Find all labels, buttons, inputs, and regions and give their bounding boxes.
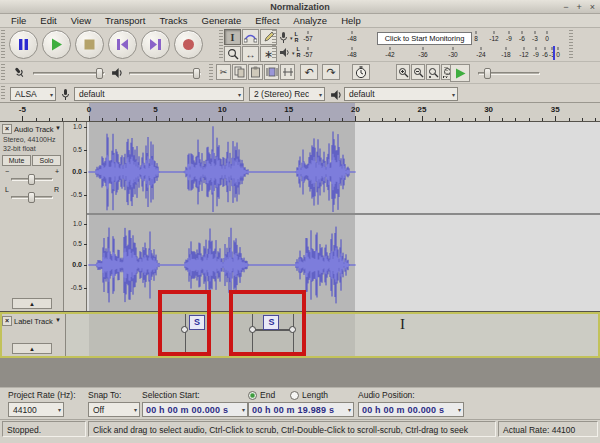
pan-thumb[interactable]: [28, 192, 35, 203]
zoom-in-button[interactable]: [396, 64, 410, 80]
toolbar-grabber[interactable]: [1, 64, 5, 82]
meter-tick: [390, 47, 391, 50]
maximize-button[interactable]: +: [576, 0, 581, 14]
label-track-collapse-button[interactable]: ▲: [12, 343, 52, 354]
selection-end-time[interactable]: 00 h 00 m 19.989 s▾: [248, 402, 354, 417]
toolbar-grabber[interactable]: [1, 30, 5, 60]
meter-tick-label: 0: [556, 51, 560, 58]
output-volume-thumb[interactable]: [193, 68, 200, 79]
timeline-tick: [449, 118, 450, 121]
paste-icon: [250, 66, 261, 78]
menu-transport[interactable]: Transport: [98, 14, 152, 27]
audio-track-content[interactable]: [87, 122, 600, 312]
label-track-menu-arrow-icon[interactable]: ▼: [55, 317, 61, 323]
timeline-tick: [249, 118, 250, 121]
project-rate-value: 44100: [13, 405, 37, 415]
undo-button[interactable]: ↶: [300, 64, 318, 80]
toolbar-grabber[interactable]: [272, 30, 276, 60]
audio-track-collapse-button[interactable]: ▲: [12, 298, 52, 309]
audio-track-menu-arrow-icon[interactable]: ▼: [55, 125, 61, 131]
timeline-tick: [236, 118, 237, 121]
length-radio-label[interactable]: Length: [302, 390, 328, 400]
zoom-out-button[interactable]: [411, 64, 425, 80]
end-radio-label[interactable]: End: [260, 390, 275, 400]
timeline-label: 0: [87, 105, 91, 114]
close-button[interactable]: ×: [590, 0, 595, 14]
recording-channels-select[interactable]: 2 (Stereo) Rec▾: [249, 87, 325, 101]
mute-button[interactable]: Mute: [2, 155, 31, 166]
cut-button[interactable]: ✂: [216, 64, 231, 80]
menu-file[interactable]: File: [4, 14, 33, 27]
recording-device-select[interactable]: default▾: [74, 87, 244, 101]
annotation-highlight-rect: [229, 290, 306, 356]
audio-track-close-button[interactable]: ×: [2, 124, 12, 134]
sync-lock-button[interactable]: [352, 64, 370, 80]
timeline-tick: [409, 118, 410, 121]
stop-button[interactable]: [75, 30, 104, 59]
play-meter-header[interactable]: ▾ LR: [279, 47, 301, 58]
menu-help[interactable]: Help: [334, 14, 368, 27]
input-volume-slider[interactable]: [33, 72, 105, 75]
solo-button[interactable]: Solo: [32, 155, 61, 166]
timeline-tick: [475, 118, 476, 121]
zoom-out-icon: [413, 67, 424, 78]
menu-tracks[interactable]: Tracks: [152, 14, 194, 27]
menu-view[interactable]: View: [64, 14, 98, 27]
gain-thumb[interactable]: [28, 174, 35, 185]
snap-to-select[interactable]: Off▾: [88, 402, 140, 417]
audio-position-time[interactable]: 00 h 00 m 00.000 s▾: [358, 402, 464, 417]
monitor-prompt[interactable]: Click to Start Monitoring: [377, 32, 472, 45]
length-radio[interactable]: [290, 391, 299, 400]
chevron-down-icon: ▾: [348, 406, 351, 413]
amplitude-ruler-label: 0.0: [63, 168, 82, 175]
skip-to-end-button[interactable]: [141, 30, 170, 59]
menu-analyze[interactable]: Analyze: [286, 14, 334, 27]
zoom-tool-button[interactable]: [224, 46, 241, 62]
silence-audio-icon: [282, 66, 294, 78]
input-volume-thumb[interactable]: [96, 68, 103, 79]
minimize-button[interactable]: −: [563, 0, 568, 14]
audio-host-select[interactable]: ALSA▾: [10, 87, 56, 101]
selection-start-time[interactable]: 00 h 00 m 00.000 s▾: [142, 402, 248, 417]
tracks-background: [0, 358, 600, 387]
play-at-speed-button[interactable]: [450, 64, 470, 82]
toolbar-grabber[interactable]: [219, 30, 223, 60]
menu-edit[interactable]: Edit: [33, 14, 63, 27]
playback-device-select[interactable]: default▾: [344, 87, 458, 101]
trim-audio-button[interactable]: [264, 64, 279, 80]
toolbar-grabber[interactable]: [209, 64, 213, 82]
title-bar[interactable]: Normalization − + ×: [0, 0, 600, 14]
redo-button[interactable]: ↷: [322, 64, 340, 80]
pause-button[interactable]: [9, 30, 38, 59]
toolbar-grabber[interactable]: [569, 30, 573, 60]
paste-button[interactable]: [248, 64, 263, 80]
playback-speed-thumb[interactable]: [484, 68, 491, 79]
fit-selection-button[interactable]: [426, 64, 440, 80]
silence-audio-button[interactable]: [280, 64, 295, 80]
record-button[interactable]: [174, 30, 203, 59]
time-shift-tool-button[interactable]: ↔: [242, 46, 259, 62]
status-hint: Click and drag to select audio, Ctrl-Cli…: [88, 421, 496, 437]
timeline-tick: [529, 118, 530, 121]
output-volume-slider[interactable]: [129, 72, 201, 75]
envelope-tool-button[interactable]: [242, 29, 259, 45]
skip-to-start-button[interactable]: [108, 30, 137, 59]
amplitude-ruler-tick: [84, 172, 87, 173]
timeline-ruler[interactable]: -505101520253035: [0, 103, 600, 122]
menu-generate[interactable]: Generate: [195, 14, 249, 27]
project-rate-select[interactable]: 44100▾: [8, 402, 64, 417]
record-meter-header[interactable]: ▾ LR: [279, 31, 299, 44]
microphone-icon: [279, 31, 288, 44]
selection-tool-button[interactable]: I: [224, 29, 241, 45]
toolbar-grabber[interactable]: [444, 64, 448, 82]
end-radio[interactable]: [248, 391, 257, 400]
timeline-label: 20: [351, 105, 360, 114]
toolbar-grabber[interactable]: [1, 86, 5, 101]
copy-button[interactable]: [232, 64, 247, 80]
timeline-tick: [49, 118, 50, 121]
play-button[interactable]: [42, 30, 71, 59]
label-track-close-button[interactable]: ×: [2, 316, 12, 326]
menu-effect[interactable]: Effect: [248, 14, 286, 27]
audacity-window: Normalization − + × FileEditViewTranspor…: [0, 0, 600, 443]
amplitude-ruler-label: 1.0: [63, 123, 82, 130]
